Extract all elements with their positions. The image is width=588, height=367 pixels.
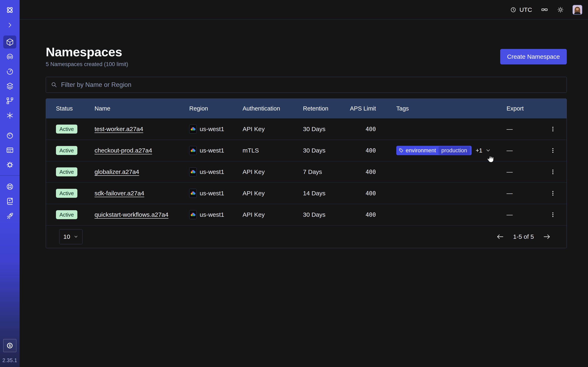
row-menu-button[interactable] [539,169,567,175]
timezone-label: UTC [519,6,532,13]
tag-icon [399,148,404,153]
aps-limit-value: 400 [350,126,396,133]
retention-value: 30 Days [303,147,350,154]
gcp-cloud-icon [189,146,197,155]
kebab-menu-icon [550,190,556,196]
row-menu-button[interactable] [539,126,567,132]
col-header-authentication: Authentication [242,105,303,112]
export-value: — [507,147,539,154]
rocket-icon [6,212,14,220]
card-billing-icon [6,146,14,154]
filter-input[interactable] [61,81,562,89]
export-value: — [507,168,539,175]
namespace-link[interactable]: sdk-failover.a27a4 [95,190,144,197]
lifebuoy-support-icon [6,183,14,191]
credits-button[interactable]: $ [3,339,16,352]
sidebar-expand-button[interactable] [6,22,13,29]
sidebar-item-usage[interactable] [3,129,16,142]
kebab-menu-icon [550,212,556,218]
row-menu-button[interactable] [539,212,567,218]
gear-settings-icon [6,161,14,169]
auth-value: API Key [242,125,303,133]
retention-value: 7 Days [303,168,350,175]
export-value: — [507,211,539,218]
aps-limit-value: 400 [350,211,396,218]
tag-more-count: +1 [476,147,483,154]
sidebar: $ 2.35.1 [0,0,20,367]
sidebar-item-settings[interactable] [3,158,16,171]
row-menu-button[interactable] [539,190,567,196]
gcp-cloud-icon [189,125,197,133]
region-label: us-west1 [200,190,224,197]
region-label: us-west1 [200,211,224,218]
timezone-selector[interactable]: UTC [510,6,532,13]
tag-expand-button[interactable] [485,148,491,153]
sidebar-item-deployments[interactable] [3,94,16,107]
topbar: UTC [20,0,588,20]
sidebar-item-nexus[interactable] [3,109,16,122]
namespace-link[interactable]: globalizer.a27a4 [95,168,139,175]
sidebar-item-billing[interactable] [3,143,16,157]
table-row: Active sdk-failover.a27a4 us-west1 API K… [46,183,567,204]
sidebar-item-schedules[interactable] [3,65,16,78]
page-subtitle: 5 Namespaces created (100 limit) [46,61,128,67]
dollar-badge-icon: $ [6,341,14,350]
retention-value: 14 Days [303,190,350,197]
sidebar-item-support[interactable] [3,180,16,193]
page-title: Namespaces [46,46,128,58]
chevron-down-icon [485,148,491,153]
namespaces-table: Status Name Region Authentication Retent… [46,99,567,248]
col-header-aps-limit: APS Limit [350,105,396,112]
namespace-link[interactable]: quickstart-workflows.a27a4 [95,211,168,218]
sidebar-item-batch[interactable] [3,80,16,92]
clock-icon [510,7,517,13]
create-namespace-button[interactable]: Create Namespace [500,49,567,64]
cube-namespaces-icon [6,38,14,46]
col-header-status: Status [56,105,95,112]
aps-limit-value: 400 [350,169,396,175]
sidebar-item-namespaces[interactable] [3,35,16,49]
retention-value: 30 Days [303,125,350,133]
aps-limit-value: 400 [350,190,396,197]
tags-cell: environment production +1 [396,146,507,155]
arrow-right-icon [543,233,551,241]
namespace-link[interactable]: test-worker.a27a4 [95,125,143,133]
row-menu-button[interactable] [539,147,567,154]
svg-text:$: $ [9,344,11,348]
col-header-name: Name [95,105,189,112]
gauge-usage-icon [6,131,14,140]
pagination-range: 1-5 of 5 [513,233,534,240]
next-page-button[interactable] [543,233,551,241]
sidebar-item-workflows[interactable] [3,50,16,63]
temporal-logo-icon[interactable] [5,5,15,15]
app-version: 2.35.1 [2,358,17,363]
namespaces-page: { "app": { "version": "2.35.1" }, "topba… [0,0,588,367]
export-value: — [507,190,539,197]
sidebar-item-docs[interactable] [3,195,16,208]
namespace-link[interactable]: checkout-prod.a27a4 [95,147,152,154]
status-badge: Active [56,210,77,219]
labs-toggle-button[interactable] [541,6,548,14]
page-size-select[interactable]: 10 [59,229,82,244]
aps-limit-value: 400 [350,147,396,154]
table-row: Active quickstart-workflows.a27a4 us-wes… [46,204,567,225]
export-value: — [507,125,539,133]
filter-searchbox[interactable] [46,77,567,93]
retention-value: 30 Days [303,211,350,218]
prev-page-button[interactable] [496,233,504,241]
gcp-cloud-icon [189,210,197,219]
avatar[interactable] [572,5,582,15]
status-badge: Active [56,125,77,134]
kebab-menu-icon [550,147,556,154]
sidebar-item-getting-started[interactable] [3,209,16,222]
status-badge: Active [56,146,77,155]
table-header-row: Status Name Region Authentication Retent… [46,99,567,118]
search-icon [51,82,57,88]
theme-toggle-button[interactable] [557,6,564,13]
kebab-menu-icon [550,126,556,132]
tag-pill[interactable]: environment production [396,146,472,155]
table-row: Active test-worker.a27a4 us-west1 API Ke… [46,118,567,140]
page-size-value: 10 [63,233,70,240]
auth-value: API Key [242,168,303,175]
col-header-retention: Retention [303,105,350,112]
